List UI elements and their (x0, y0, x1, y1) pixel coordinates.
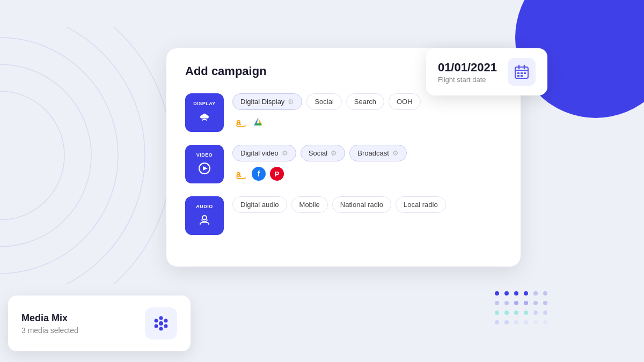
video-button[interactable]: VIDEO (185, 145, 224, 183)
svg-rect-9 (517, 72, 519, 74)
tag-national-radio[interactable]: National radio (332, 196, 391, 213)
amazon-logo: a (235, 115, 247, 128)
facebook-logo: f (252, 167, 266, 181)
google-ads-logo (252, 115, 265, 128)
tag-digital-display[interactable]: Digital Display ⚙ (232, 93, 302, 110)
svg-point-22 (159, 321, 163, 326)
amazon-logo-video: a (235, 167, 247, 180)
audio-label: AUDIO (196, 204, 213, 209)
video-tags-row: Digital video ⚙ Social ⚙ Broadcast ⚙ (232, 145, 502, 161)
tag-search[interactable]: Search (346, 93, 384, 110)
svg-point-23 (159, 316, 163, 320)
svg-point-24 (159, 327, 163, 331)
svg-point-2 (0, 38, 118, 274)
svg-point-0 (0, 91, 64, 220)
calendar-icon[interactable] (508, 58, 536, 86)
svg-marker-19 (203, 166, 208, 171)
svg-point-25 (155, 319, 158, 323)
tag-ooh[interactable]: OOH (389, 93, 421, 110)
tag-digital-video[interactable]: Digital video ⚙ (232, 145, 296, 161)
video-logos-row: a f P (232, 167, 502, 181)
audio-row: AUDIO Digital audio Mobile National radi… (185, 196, 502, 235)
svg-point-28 (164, 324, 168, 328)
tag-mobile[interactable]: Mobile (291, 196, 328, 213)
display-logos-row: a (232, 115, 502, 128)
date-info: 01/01/2021 Flight start date (438, 61, 497, 84)
svg-rect-11 (524, 72, 526, 74)
gear-icon[interactable]: ⚙ (331, 149, 337, 157)
media-mix-text: Media Mix 3 media selected (21, 313, 78, 335)
date-value: 01/01/2021 (438, 61, 497, 75)
audio-tags-area: Digital audio Mobile National radio Loca… (232, 196, 502, 218)
display-row: DISPLAY Digital Display ⚙ Social Search (185, 93, 502, 132)
tag-broadcast[interactable]: Broadcast ⚙ (349, 145, 407, 161)
audio-button[interactable]: AUDIO (185, 196, 224, 235)
svg-point-21 (202, 216, 207, 220)
display-label: DISPLAY (193, 101, 216, 106)
tag-social-video[interactable]: Social ⚙ (301, 145, 345, 161)
svg-rect-12 (517, 75, 519, 77)
media-mix-card: Media Mix 3 media selected (8, 295, 191, 351)
svg-text:a: a (236, 169, 241, 179)
display-button[interactable]: DISPLAY (185, 93, 224, 132)
tag-local-radio[interactable]: Local radio (396, 196, 446, 213)
pinterest-logo: P (270, 167, 284, 181)
video-label: VIDEO (196, 152, 213, 158)
tag-social[interactable]: Social (306, 93, 341, 110)
audio-tags-row: Digital audio Mobile National radio Loca… (232, 196, 502, 213)
svg-point-26 (155, 324, 158, 328)
date-label: Flight start date (438, 76, 497, 84)
display-tags-row: Digital Display ⚙ Social Search OOH (232, 93, 502, 110)
svg-rect-17 (255, 123, 261, 125)
dot-grid (495, 291, 547, 330)
video-tags-area: Digital video ⚙ Social ⚙ Broadcast ⚙ a (232, 145, 502, 181)
svg-text:a: a (236, 117, 241, 127)
gear-icon[interactable]: ⚙ (282, 149, 288, 157)
video-row: VIDEO Digital video ⚙ Social ⚙ Broadcast… (185, 145, 502, 183)
svg-rect-13 (521, 75, 523, 77)
svg-point-27 (164, 319, 168, 323)
media-mix-icon[interactable] (145, 307, 177, 339)
media-mix-title: Media Mix (21, 313, 78, 324)
svg-point-3 (0, 27, 145, 284)
date-card: 01/01/2021 Flight start date (426, 48, 547, 95)
gear-icon[interactable]: ⚙ (288, 98, 294, 106)
display-tags-area: Digital Display ⚙ Social Search OOH a (232, 93, 502, 128)
tag-digital-audio[interactable]: Digital audio (232, 196, 287, 213)
gear-icon[interactable]: ⚙ (392, 149, 399, 157)
svg-rect-10 (521, 72, 523, 74)
svg-point-1 (0, 64, 91, 247)
media-mix-subtitle: 3 media selected (21, 326, 78, 335)
svg-point-4 (0, 27, 172, 284)
